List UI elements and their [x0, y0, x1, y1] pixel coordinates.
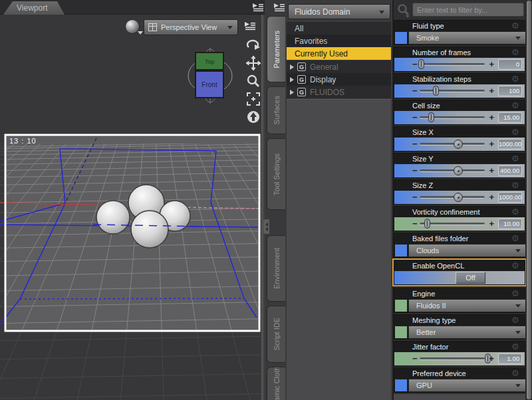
value-field[interactable]: 100 [498, 86, 522, 96]
slider-control[interactable]: − + 100 [394, 84, 525, 98]
gear-icon[interactable] [511, 368, 521, 379]
nudge-down-button[interactable]: − [412, 353, 418, 364]
slider-track[interactable] [420, 196, 485, 199]
expand-arrow-icon[interactable] [290, 90, 294, 95]
value-field[interactable]: 1000.00 [498, 192, 522, 203]
value-field[interactable]: 0 [498, 59, 522, 70]
gear-icon[interactable] [511, 74, 521, 84]
nudge-up-button[interactable]: + [489, 139, 494, 150]
tab-environment[interactable]: Environment [267, 235, 285, 302]
slider-thumb[interactable] [424, 219, 430, 229]
slider-thumb[interactable] [428, 112, 434, 122]
nudge-down-button[interactable]: − [412, 192, 418, 203]
node-scope-dropdown[interactable]: Fluidos Domain [288, 4, 390, 19]
slider-thumb[interactable] [433, 86, 439, 96]
animatable-swatch[interactable] [394, 244, 408, 257]
viewport-tab[interactable]: Viewport [3, 1, 65, 15]
nudge-up-button[interactable]: + [489, 192, 494, 203]
gear-icon[interactable] [511, 288, 521, 299]
nudge-down-button[interactable]: − [412, 139, 418, 150]
list-item-all[interactable]: All [287, 22, 391, 35]
slider-track[interactable] [420, 143, 485, 146]
value-field[interactable]: 400.00 [498, 165, 522, 176]
fluid-type-dropdown[interactable]: Smoke [408, 31, 526, 45]
list-item-display[interactable]: G Display [287, 73, 391, 86]
preferred-device-dropdown[interactable]: GPU [408, 379, 526, 392]
expand-arrow-icon[interactable] [290, 77, 294, 82]
view-cube-top-face[interactable]: Top [195, 52, 224, 70]
pan-icon[interactable] [245, 55, 262, 71]
slider-control[interactable]: − + 1000.00 [394, 191, 525, 204]
slider-control[interactable]: − + 1.00 [394, 352, 525, 365]
tab-parameters[interactable]: Parameters [267, 16, 285, 82]
scrollbar-thumb[interactable] [527, 1, 531, 399]
nudge-up-button[interactable]: + [489, 353, 494, 364]
nudge-up-button[interactable]: + [489, 112, 494, 123]
filter-input[interactable] [412, 3, 524, 17]
list-item-favorites[interactable]: Favorites [287, 35, 391, 47]
gear-icon[interactable] [511, 207, 521, 217]
slider-control[interactable]: − + 1000.00 [394, 138, 525, 151]
viewport-pane-menu-icon[interactable] [252, 3, 264, 12]
parameters-scrollbar[interactable] [526, 0, 532, 400]
drawstyle-caret-icon[interactable] [138, 31, 143, 35]
tab-surfaces[interactable]: Surfaces [267, 86, 285, 134]
nudge-down-button[interactable]: − [412, 165, 418, 176]
engine-dropdown[interactable]: Fluidos II [408, 299, 526, 312]
slider-control[interactable]: − + 10.00 [394, 217, 525, 231]
gear-icon[interactable] [511, 342, 521, 352]
toggle-control[interactable]: Off [394, 271, 525, 284]
gear-icon[interactable] [511, 127, 521, 138]
value-field[interactable]: 15.00 [498, 112, 522, 123]
slider-track[interactable] [420, 90, 485, 92]
slider-thumb[interactable] [454, 140, 463, 149]
animatable-swatch[interactable] [394, 31, 408, 45]
gear-icon[interactable] [511, 260, 521, 271]
animatable-swatch[interactable] [394, 379, 408, 392]
gear-icon[interactable] [511, 315, 521, 326]
animatable-swatch[interactable] [394, 326, 408, 339]
expand-arrow-icon[interactable] [290, 64, 294, 70]
nudge-down-button[interactable]: − [412, 59, 418, 70]
nudge-up-button[interactable]: + [489, 219, 494, 229]
nudge-up-button[interactable]: + [489, 59, 494, 70]
gear-icon[interactable] [511, 153, 521, 164]
slider-thumb[interactable] [454, 193, 463, 202]
gear-icon[interactable] [511, 180, 521, 191]
slider-control[interactable]: − + 0 [394, 58, 525, 71]
camera-selector-dropdown[interactable]: Perspective View [144, 19, 238, 35]
gear-icon[interactable] [511, 21, 521, 31]
value-field[interactable]: 1000.00 [498, 139, 522, 150]
nudge-up-button[interactable]: + [489, 86, 494, 96]
gear-icon[interactable] [511, 47, 521, 58]
animatable-swatch[interactable] [394, 299, 408, 312]
tab-tool-settings[interactable]: Tool Settings [267, 138, 285, 210]
tab-script-ide[interactable]: Script IDE [267, 306, 285, 363]
frame-selection-icon[interactable] [245, 91, 262, 107]
view-cube-front-face[interactable]: Front [195, 70, 224, 98]
viewport-options-menu-icon[interactable] [244, 21, 256, 31]
slider-thumb[interactable] [418, 59, 424, 69]
slider-track[interactable] [420, 63, 485, 66]
slider-track[interactable] [420, 169, 485, 172]
nudge-up-button[interactable]: + [489, 165, 494, 176]
parameters-pane-menu-icon[interactable] [273, 3, 285, 12]
gear-icon[interactable] [511, 233, 521, 244]
orbit-rotate-icon[interactable] [245, 37, 262, 53]
slider-control[interactable]: − + 15.00 [394, 111, 525, 124]
gear-icon[interactable] [511, 100, 521, 111]
baked-files-dropdown[interactable]: Clouds [408, 244, 526, 257]
pane-collapse-handle[interactable] [263, 219, 269, 234]
tab-dynamic-clothing[interactable]: Dynamic Clothing [267, 367, 285, 400]
opencl-toggle-button[interactable]: Off [456, 272, 485, 284]
viewport-3d-canvas[interactable]: 13 : 10 Perspective View Top Front [0, 15, 266, 400]
slider-track[interactable] [420, 357, 485, 360]
nudge-down-button[interactable]: − [412, 112, 418, 123]
filter-search-icon[interactable] [396, 3, 411, 18]
list-item-currently-used[interactable]: Currently Used [287, 47, 391, 60]
list-item-general[interactable]: G General [287, 60, 391, 73]
nudge-down-button[interactable]: − [412, 86, 418, 96]
value-field[interactable]: 10.00 [498, 219, 522, 229]
meshing-type-dropdown[interactable]: Better [408, 326, 526, 339]
nudge-down-button[interactable]: − [412, 219, 418, 229]
